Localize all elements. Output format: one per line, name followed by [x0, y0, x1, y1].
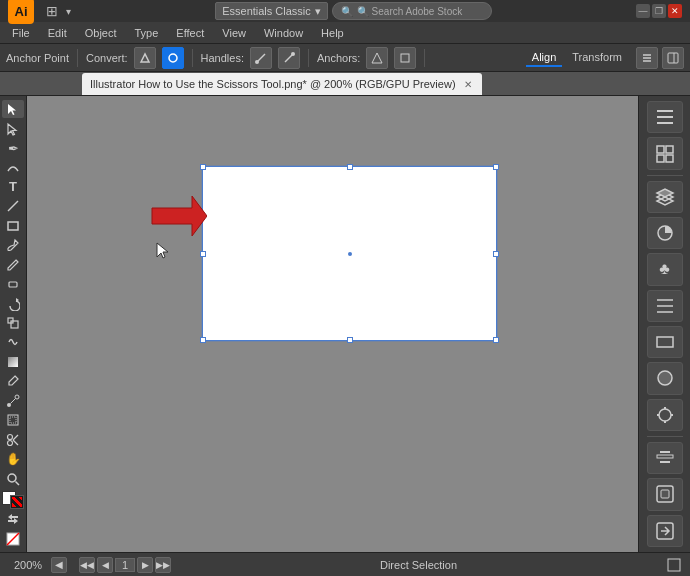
tool-line[interactable] — [2, 197, 24, 215]
anchor-midtop — [347, 164, 353, 170]
svg-rect-55 — [661, 490, 669, 498]
menu-help[interactable]: Help — [313, 25, 352, 41]
panel-navigate[interactable] — [647, 478, 683, 510]
svg-point-0 — [169, 54, 177, 62]
convert-label: Convert: — [86, 52, 128, 64]
menu-object[interactable]: Object — [77, 25, 125, 41]
tool-rectangle[interactable] — [2, 217, 24, 235]
tool-scissors[interactable] — [2, 430, 24, 448]
svg-point-4 — [291, 52, 295, 56]
tool-type[interactable]: T — [2, 178, 24, 196]
more-options-btn[interactable] — [636, 47, 658, 69]
svg-rect-57 — [668, 559, 680, 571]
convert-btn-2[interactable] — [162, 47, 184, 69]
panel-recolor[interactable] — [647, 399, 683, 431]
tool-eyedropper[interactable] — [2, 372, 24, 390]
page-first-btn[interactable]: ◀◀ — [79, 557, 95, 573]
align-tab[interactable]: Align — [526, 49, 562, 67]
page-next-btn[interactable]: ▶ — [137, 557, 153, 573]
panel-transform[interactable] — [647, 290, 683, 322]
panel-toggle-btn[interactable] — [662, 47, 684, 69]
status-message: Direct Selection — [175, 559, 662, 571]
svg-rect-13 — [8, 222, 18, 230]
panel-export[interactable] — [647, 515, 683, 547]
panel-appearance[interactable] — [647, 217, 683, 249]
swap-colors[interactable] — [2, 510, 24, 528]
svg-line-21 — [11, 398, 16, 403]
tool-eraser[interactable] — [2, 275, 24, 293]
anchor-midbottom — [347, 337, 353, 343]
tool-rotate[interactable] — [2, 294, 24, 312]
menu-window[interactable]: Window — [256, 25, 311, 41]
main-layout: ✒ T — [0, 96, 690, 552]
tool-none[interactable] — [2, 530, 24, 548]
panel-symbols[interactable]: ♣ — [647, 253, 683, 285]
tool-hand[interactable]: ✋ — [2, 450, 24, 468]
anchors-label: Anchors: — [317, 52, 360, 64]
minimize-button[interactable]: — — [636, 4, 650, 18]
canvas-area — [27, 96, 638, 552]
tool-warp[interactable] — [2, 333, 24, 351]
fill-stroke-control[interactable] — [2, 491, 24, 509]
svg-point-28 — [8, 474, 16, 482]
anchor-btn-2[interactable] — [394, 47, 416, 69]
anchor-topleft — [200, 164, 206, 170]
close-button[interactable]: ✕ — [668, 4, 682, 18]
grid-icon[interactable]: ⊞ — [46, 3, 58, 19]
handle-btn-2[interactable] — [278, 47, 300, 69]
search-icon: 🔍 — [341, 6, 353, 17]
tab-bar: Illustrator How to Use the Scissors Tool… — [0, 72, 690, 96]
status-right — [666, 557, 682, 573]
title-bar: Ai ⊞ ▾ Essentials Classic ▾ 🔍 🔍 Search A… — [0, 0, 690, 22]
svg-rect-22 — [8, 415, 18, 425]
tool-curvature[interactable] — [2, 158, 24, 176]
panel-align[interactable] — [647, 442, 683, 474]
transform-tab[interactable]: Transform — [566, 49, 628, 67]
menu-effect[interactable]: Effect — [168, 25, 212, 41]
tool-paintbrush[interactable] — [2, 236, 24, 254]
svg-line-29 — [16, 481, 20, 485]
svg-rect-44 — [657, 337, 673, 347]
anchor-toolbar: Anchor Point Convert: Handles: Anchors: … — [0, 44, 690, 72]
panel-effects[interactable] — [647, 362, 683, 394]
menu-view[interactable]: View — [214, 25, 254, 41]
zoom-out-btn[interactable]: ◀ — [51, 557, 67, 573]
menu-edit[interactable]: Edit — [40, 25, 75, 41]
page-prev-btn[interactable]: ◀ — [97, 557, 113, 573]
convert-btn-1[interactable] — [134, 47, 156, 69]
svg-rect-34 — [657, 116, 673, 118]
tool-direct-selection[interactable] — [2, 119, 24, 137]
menu-file[interactable]: File — [4, 25, 38, 41]
svg-point-26 — [8, 434, 13, 439]
panel-layers[interactable] — [647, 181, 683, 213]
tool-gradient[interactable] — [2, 353, 24, 371]
tool-artboard[interactable] — [2, 411, 24, 429]
svg-rect-39 — [666, 155, 673, 162]
title-bar-menu[interactable]: ▾ — [66, 6, 71, 17]
search-box[interactable]: 🔍 🔍 Search Adobe Stock — [332, 2, 492, 20]
tool-blend[interactable] — [2, 392, 24, 410]
svg-point-20 — [15, 395, 19, 399]
anchor-btn-1[interactable] — [366, 47, 388, 69]
tab-close-button[interactable]: ✕ — [462, 79, 474, 90]
restore-button[interactable]: ❐ — [652, 4, 666, 18]
panel-rectangle[interactable] — [647, 326, 683, 358]
workspace-selector[interactable]: Essentials Classic ▾ — [215, 2, 328, 20]
page-last-btn[interactable]: ▶▶ — [155, 557, 171, 573]
tool-selection[interactable] — [2, 100, 24, 118]
handle-btn-1[interactable] — [250, 47, 272, 69]
svg-rect-53 — [660, 461, 670, 463]
red-arrow — [137, 186, 207, 248]
anchor-bottomright — [493, 337, 499, 343]
panel-libraries[interactable] — [647, 137, 683, 169]
document-tab[interactable]: Illustrator How to Use the Scissors Tool… — [82, 73, 482, 95]
anchor-midright — [493, 251, 499, 257]
page-number[interactable]: 1 — [115, 558, 135, 572]
tool-scale[interactable] — [2, 314, 24, 332]
tool-pen[interactable]: ✒ — [2, 139, 24, 157]
tool-pencil[interactable] — [2, 256, 24, 274]
panel-properties[interactable] — [647, 101, 683, 133]
menu-type[interactable]: Type — [127, 25, 167, 41]
tool-zoom[interactable] — [2, 469, 24, 487]
svg-point-27 — [8, 440, 13, 445]
